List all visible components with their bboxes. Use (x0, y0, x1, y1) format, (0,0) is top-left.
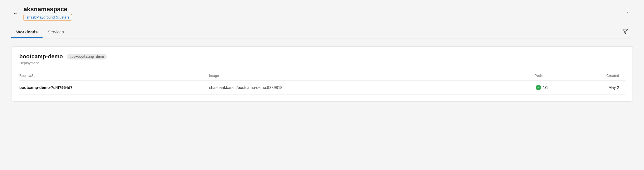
more-menu-button[interactable]: ⋮ (623, 6, 633, 16)
header-left: ← aksnamespace shasbPlayground (cluster) (11, 6, 72, 20)
created-cell: May 2 (559, 81, 625, 95)
svg-marker-0 (623, 29, 628, 34)
col-replicaset: ReplicaSet (19, 71, 209, 81)
back-button[interactable]: ← (11, 9, 20, 18)
table-header-row: ReplicaSet Image Pods Created (19, 71, 625, 81)
pods-cell: ✓ 1/1 (471, 81, 559, 95)
card-header: bootcamp-demo app=bootcamp-demo (19, 53, 625, 60)
col-pods: Pods (471, 71, 559, 81)
table-row[interactable]: bootcamp-demo-7d4f7954d7 shashankbarsin/… (19, 81, 625, 95)
filter-icon[interactable] (618, 26, 633, 38)
pods-ok-icon: ✓ (536, 85, 541, 90)
deployment-name: bootcamp-demo (19, 53, 63, 60)
tabs-row: Workloads Services (11, 26, 633, 38)
deployment-card: bootcamp-demo app=bootcamp-demo Deployme… (11, 46, 633, 102)
pods-status: ✓ 1/1 (536, 85, 548, 90)
tab-services[interactable]: Services (43, 27, 69, 38)
col-created: Created (559, 71, 625, 81)
header-top-row: ← aksnamespace shasbPlayground (cluster)… (11, 6, 633, 20)
header: ← aksnamespace shasbPlayground (cluster)… (0, 0, 644, 38)
tab-workloads[interactable]: Workloads (11, 27, 43, 38)
label-badge: app=bootcamp-demo (67, 54, 107, 59)
cluster-badge[interactable]: shasbPlayground (cluster) (24, 14, 72, 20)
tabs-left: Workloads Services (11, 27, 69, 38)
image-cell: shashankbarsin/bootcamp-demo:9389818 (209, 81, 471, 95)
col-image: Image (209, 71, 471, 81)
replicaset-cell: bootcamp-demo-7d4f7954d7 (19, 81, 209, 95)
main-content: bootcamp-demo app=bootcamp-demo Deployme… (0, 38, 644, 109)
page-container: ← aksnamespace shasbPlayground (cluster)… (0, 0, 644, 170)
pods-count: 1/1 (543, 85, 548, 90)
page-title: aksnamespace (24, 6, 72, 13)
replicaset-table: ReplicaSet Image Pods Created bootcamp-d… (19, 71, 625, 95)
deployment-type: Deployment (19, 61, 625, 65)
